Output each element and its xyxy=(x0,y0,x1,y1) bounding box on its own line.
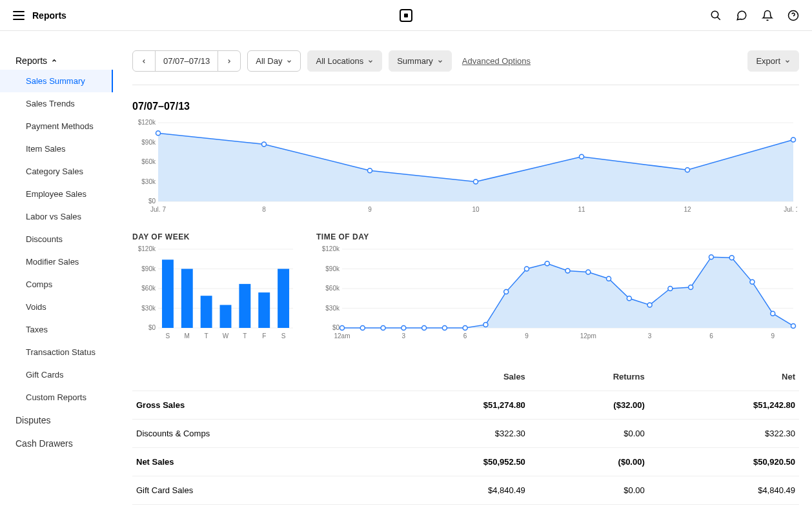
dow-chart-title: DAY OF WEEK xyxy=(132,232,297,241)
chevron-left-icon xyxy=(141,58,147,65)
svg-text:12pm: 12pm xyxy=(580,332,596,340)
sidebar-item-custom-reports[interactable]: Custom Reports xyxy=(0,386,113,409)
svg-point-17 xyxy=(474,179,478,184)
help-icon[interactable] xyxy=(787,10,799,21)
svg-text:S: S xyxy=(281,332,286,340)
sidebar-item-employee-sales[interactable]: Employee Sales xyxy=(0,183,113,205)
svg-text:Jul. 7: Jul. 7 xyxy=(150,206,166,213)
table-header: Returns xyxy=(529,363,649,391)
table-header: Net xyxy=(649,363,799,391)
svg-text:F: F xyxy=(262,332,266,340)
grouping-filter-button[interactable]: Summary xyxy=(389,50,452,72)
svg-text:6: 6 xyxy=(709,332,713,340)
sidebar-item-sales-trends[interactable]: Sales Trends xyxy=(0,92,113,115)
day-of-week-bar-chart: $0$30k$60k$90k$120kSMTWTFS xyxy=(132,245,297,342)
sidebar-item-gift-cards[interactable]: Gift Cards xyxy=(0,363,113,386)
header-title: Reports xyxy=(32,10,66,21)
svg-point-16 xyxy=(368,168,372,173)
chevron-down-icon xyxy=(784,58,791,65)
export-button[interactable]: Export xyxy=(747,50,799,72)
date-range-button[interactable]: 07/07–07/13 xyxy=(155,50,218,72)
svg-point-15 xyxy=(262,142,267,147)
sidebar-item-voids[interactable]: Voids xyxy=(0,296,113,318)
svg-point-65 xyxy=(401,326,406,330)
svg-rect-42 xyxy=(201,296,212,328)
svg-text:$0: $0 xyxy=(148,324,156,331)
svg-text:10: 10 xyxy=(472,206,480,213)
menu-icon[interactable] xyxy=(13,11,25,20)
chevron-up-icon xyxy=(51,57,57,64)
sidebar-item-labor-vs-sales[interactable]: Labor vs Sales xyxy=(0,205,113,228)
svg-line-1 xyxy=(717,17,720,20)
svg-point-71 xyxy=(524,267,529,271)
sidebar-item-modifier-sales[interactable]: Modifier Sales xyxy=(0,250,113,273)
date-range-label: 07/07–07/13 xyxy=(163,56,210,66)
sidebar-item-comps[interactable]: Comps xyxy=(0,273,113,296)
table-cell: $51,274.80 xyxy=(379,391,529,420)
table-row: Discounts & Comps$322.30$0.00$322.30 xyxy=(132,420,799,448)
svg-text:S: S xyxy=(166,332,170,340)
svg-text:12: 12 xyxy=(684,206,691,213)
svg-text:T: T xyxy=(205,332,208,340)
search-icon[interactable] xyxy=(710,10,722,21)
time-filter-label: All Day xyxy=(256,56,282,66)
sidebar-section-reports[interactable]: Reports xyxy=(0,52,113,70)
svg-point-67 xyxy=(442,326,447,330)
svg-point-69 xyxy=(483,322,488,327)
svg-point-70 xyxy=(504,290,509,294)
table-cell: $51,242.80 xyxy=(649,391,799,420)
svg-rect-44 xyxy=(220,305,232,328)
divider xyxy=(132,85,799,85)
date-next-button[interactable] xyxy=(218,50,241,72)
table-cell: $0.00 xyxy=(529,420,649,448)
svg-text:$120k: $120k xyxy=(138,245,156,252)
table-header xyxy=(132,363,379,391)
svg-text:Jul. 13: Jul. 13 xyxy=(784,206,797,213)
table-cell: ($32.00) xyxy=(529,391,649,420)
svg-text:$30k: $30k xyxy=(141,305,156,312)
sales-summary-table: SalesReturnsNet Gross Sales$51,274.80($3… xyxy=(132,363,799,505)
table-cell: $322.30 xyxy=(379,420,529,448)
advanced-options-link[interactable]: Advanced Options xyxy=(462,56,531,66)
svg-point-0 xyxy=(711,11,718,18)
chat-icon[interactable] xyxy=(736,10,747,21)
sidebar-item-discounts[interactable]: Discounts xyxy=(0,228,113,250)
sidebar-item-payment-methods[interactable]: Payment Methods xyxy=(0,115,113,137)
svg-text:$90k: $90k xyxy=(141,265,156,272)
location-filter-button[interactable]: All Locations xyxy=(307,50,382,72)
square-logo-icon[interactable] xyxy=(400,9,412,22)
svg-point-64 xyxy=(381,326,385,330)
svg-rect-38 xyxy=(162,259,174,328)
sidebar-item-sales-summary[interactable]: Sales Summary xyxy=(0,70,113,92)
svg-point-79 xyxy=(689,285,693,289)
svg-point-62 xyxy=(340,326,345,330)
chevron-down-icon xyxy=(367,58,374,65)
sidebar-item-cash-drawers[interactable]: Cash Drawers xyxy=(0,432,113,455)
svg-text:9: 9 xyxy=(368,206,372,213)
filter-bar: 07/07–07/13 All Day All Locations Summar… xyxy=(132,50,799,72)
sidebar-item-item-sales[interactable]: Item Sales xyxy=(0,137,113,160)
svg-text:3: 3 xyxy=(648,332,652,340)
table-cell: $0.00 xyxy=(529,476,649,505)
date-prev-button[interactable] xyxy=(132,50,156,72)
svg-text:$120k: $120k xyxy=(138,119,156,126)
sidebar-item-transaction-status[interactable]: Transaction Status xyxy=(0,341,113,363)
export-label: Export xyxy=(756,56,780,66)
table-cell: Gross Sales xyxy=(132,391,379,420)
bell-icon[interactable] xyxy=(762,10,773,21)
svg-point-63 xyxy=(360,326,365,330)
svg-point-74 xyxy=(586,270,591,274)
tod-chart-title: TIME OF DAY xyxy=(316,232,799,241)
svg-text:9: 9 xyxy=(771,332,775,340)
table-row: Gross Sales$51,274.80($32.00)$51,242.80 xyxy=(132,391,799,420)
time-filter-button[interactable]: All Day xyxy=(247,50,301,72)
svg-text:$120k: $120k xyxy=(322,245,340,252)
sidebar-item-category-sales[interactable]: Category Sales xyxy=(0,160,113,183)
sidebar-item-taxes[interactable]: Taxes xyxy=(0,318,113,341)
sidebar-item-disputes[interactable]: Disputes xyxy=(0,409,113,432)
svg-point-72 xyxy=(545,261,549,266)
svg-rect-46 xyxy=(239,284,250,328)
table-header: Sales xyxy=(379,363,529,391)
svg-point-80 xyxy=(709,255,713,259)
table-cell: ($0.00) xyxy=(529,448,649,476)
